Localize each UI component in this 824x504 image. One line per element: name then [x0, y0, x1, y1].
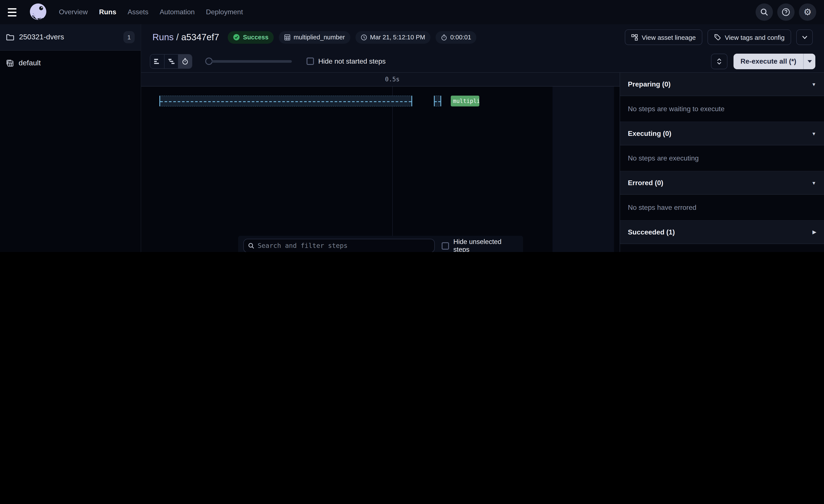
flat-view-icon[interactable]: [150, 54, 164, 68]
step-search-box[interactable]: [243, 239, 435, 252]
start-time-pill: Mar 21, 5:12:10 PM: [355, 31, 430, 43]
hide-not-started-checkbox[interactable]: [307, 57, 314, 65]
hide-not-started-label: Hide not started steps: [318, 57, 386, 65]
tag-icon: [714, 34, 721, 41]
clock-icon: [360, 34, 367, 40]
reexecute-split-button: Re-execute all (*): [733, 53, 815, 69]
run-header-actions: View asset lineage View tags and config: [625, 29, 813, 45]
nav-runs[interactable]: Runs: [99, 8, 116, 16]
section-executing[interactable]: Executing (0) ▼: [620, 122, 824, 145]
chevron-down-icon: ▼: [811, 82, 816, 87]
asset-tag-pill[interactable]: multiplied_number: [279, 31, 350, 43]
table-icon: [284, 34, 291, 40]
gantt-highlight-band: [552, 87, 614, 252]
help-icon[interactable]: [777, 3, 795, 21]
section-succeeded[interactable]: Succeeded (1) ▶: [620, 221, 824, 244]
stopwatch-icon: [441, 34, 447, 40]
gantt-zoom-slider[interactable]: [205, 57, 292, 65]
step-status-panel: Preparing (0) ▼ No steps are waiting to …: [620, 73, 824, 252]
chevron-down-icon: ▼: [811, 131, 816, 136]
nav-automation[interactable]: Automation: [160, 8, 195, 16]
run-more-actions-button[interactable]: [796, 29, 813, 45]
timed-view-icon[interactable]: [178, 54, 192, 68]
dagster-logo[interactable]: [28, 2, 48, 22]
hide-unselected-checkbox[interactable]: [442, 242, 449, 249]
app-root: Overview Runs Assets Automation Deployme…: [0, 0, 824, 252]
reexecute-all-button[interactable]: Re-execute all (*): [733, 53, 803, 69]
slider-track[interactable]: [212, 60, 292, 62]
hide-unselected-label: Hide unselected steps: [453, 238, 518, 252]
chevron-down-icon: [802, 35, 807, 39]
workspace-name: 250321-dvers: [19, 33, 64, 41]
section-errored[interactable]: Errored (0) ▼: [620, 171, 824, 195]
page-title: Runs / a5347ef7: [152, 32, 219, 42]
view-tags-and-config-button[interactable]: View tags and config: [708, 29, 791, 45]
executing-empty-text: No steps are executing: [620, 145, 824, 171]
nav-actions: ⚙: [755, 3, 816, 21]
folder-icon: [6, 34, 14, 41]
run-id: a5347ef7: [181, 32, 219, 42]
settings-gear-icon[interactable]: ⚙: [799, 3, 816, 21]
gantt-gridline: [392, 87, 393, 252]
gantt-step-bar[interactable]: multipli…: [451, 96, 479, 106]
chevron-right-icon: ▶: [813, 229, 816, 235]
gantt-time-axis: 0.5s: [141, 73, 620, 87]
nav-deployment[interactable]: Deployment: [206, 8, 243, 16]
errored-empty-text: No steps have errored: [620, 195, 824, 221]
left-sidebar: 250321-dvers 1 default 250321-dvers: [0, 24, 141, 252]
step-waiting-bar: [159, 96, 412, 106]
gantt-chart: 0.5s multipli…: [141, 73, 620, 252]
sort-carets-icon: [717, 58, 722, 65]
step-waiting-bar-short: [434, 96, 441, 106]
hamburger-menu-icon[interactable]: [8, 5, 22, 19]
axis-tick-label: 0.5s: [385, 76, 399, 83]
status-badge: Success: [228, 31, 274, 43]
sidebar-empty-space: [0, 75, 141, 252]
caret-down-icon: [807, 60, 812, 62]
search-icon[interactable]: [755, 3, 773, 21]
gantt-search-panel: Hide unselected steps: [238, 236, 523, 252]
view-asset-lineage-button[interactable]: View asset lineage: [625, 29, 702, 45]
sidebar-item-workspace[interactable]: 250321-dvers 1: [0, 24, 141, 50]
gantt-toolbar: Hide not started steps Re-execute all (*…: [141, 50, 824, 73]
primary-nav: Overview Runs Assets Automation Deployme…: [59, 8, 243, 16]
reorder-runs-button[interactable]: [711, 53, 727, 69]
reexecute-options-button[interactable]: [803, 53, 815, 69]
search-icon: [248, 243, 254, 249]
section-preparing[interactable]: Preparing (0) ▼: [620, 73, 824, 96]
nav-assets[interactable]: Assets: [127, 8, 148, 16]
workspace-count-badge: 1: [123, 31, 135, 43]
slider-knob[interactable]: [205, 57, 213, 65]
sidebar-item-default-group[interactable]: default: [0, 50, 141, 75]
run-header: Runs / a5347ef7 Success multiplied_numbe…: [141, 24, 824, 50]
group-name: default: [19, 58, 41, 67]
chevron-down-icon: ▼: [811, 180, 816, 185]
check-circle-icon: [233, 34, 240, 41]
nav-overview[interactable]: Overview: [59, 8, 88, 16]
step-search-input[interactable]: [258, 242, 430, 250]
duration-pill: 0:00:01: [436, 31, 477, 43]
gantt-view-switcher: [150, 54, 192, 69]
breadcrumb-runs[interactable]: Runs: [152, 32, 174, 42]
gantt-body: multipli… Hide unselected steps: [141, 87, 620, 252]
waterfall-view-icon[interactable]: [164, 54, 178, 68]
lineage-icon: [631, 34, 638, 40]
asset-group-icon: [6, 59, 14, 67]
preparing-empty-text: No steps are waiting to execute: [620, 96, 824, 122]
top-nav: Overview Runs Assets Automation Deployme…: [0, 0, 824, 24]
